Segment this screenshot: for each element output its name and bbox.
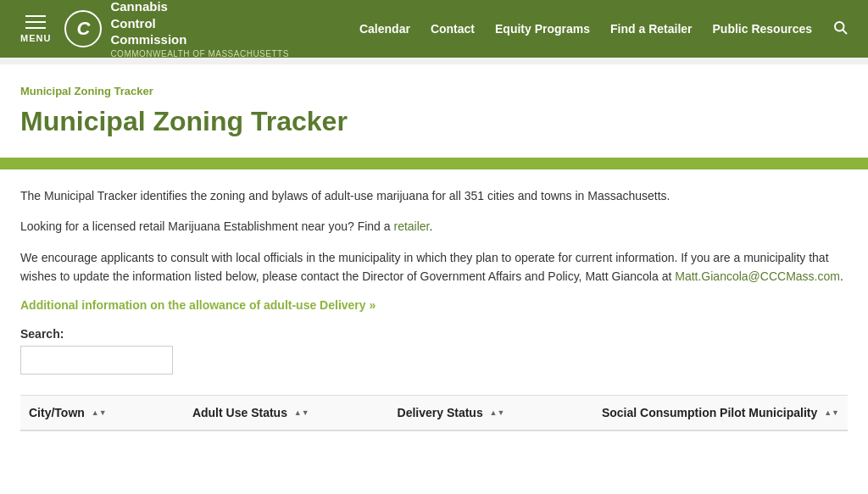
sort-arrows-city[interactable]: ▲▼ [92,409,107,417]
main-content: Municipal Zoning Tracker Municipal Zonin… [0,64,868,431]
sort-arrows-social[interactable]: ▲▼ [824,409,839,417]
site-header: MENU C CannabisControlCommission COMMONW… [0,0,868,58]
main-nav: Calendar Contact Equity Programs Find a … [359,19,848,39]
description-p2: Looking for a licensed retail Marijuana … [20,217,848,236]
description-section: The Municipal Tracker identifies the zon… [20,186,848,286]
sort-arrows-delivery[interactable]: ▲▼ [490,409,505,417]
nav-contact[interactable]: Contact [431,22,475,36]
col-city-town[interactable]: City/Town ▲▼ [20,396,184,430]
col-social-consumption[interactable]: Social Consumption Pilot Municipality ▲▼ [593,396,848,430]
table-header: City/Town ▲▼ Adult Use Status ▲▼ Deliver… [20,396,848,430]
svg-line-1 [843,30,846,33]
p3-end: . [840,269,843,283]
logo-letter: C [76,18,90,40]
logo-text: CannabisControlCommission COMMONWEALTH O… [110,0,288,59]
col-city-town-label: City/Town [29,406,85,419]
breadcrumb[interactable]: Municipal Zoning Tracker [20,85,848,97]
p2-prefix: Looking for a licensed retail Marijuana … [20,219,393,233]
menu-bar-2 [25,21,46,23]
menu-label: MENU [20,33,51,43]
col-adult-use-label: Adult Use Status [192,406,287,419]
logo-title: CannabisControlCommission [110,0,288,48]
nav-equity-programs[interactable]: Equity Programs [495,22,590,36]
menu-bar-3 [25,27,46,29]
header-left: MENU C CannabisControlCommission COMMONW… [20,0,289,59]
page-title: Municipal Zoning Tracker [20,106,848,137]
logo-icon: C [64,10,102,47]
menu-bar-1 [25,15,46,17]
email-link[interactable]: Matt.Giancola@CCCMass.com [675,269,840,283]
col-delivery-label: Delivery Status [398,406,483,419]
nav-find-retailer[interactable]: Find a Retailer [610,22,692,36]
section-divider-bar [0,158,868,169]
menu-button[interactable]: MENU [20,15,51,43]
p2-suffix: . [430,219,433,233]
search-input[interactable] [20,346,173,375]
nav-public-resources[interactable]: Public Resources [713,22,813,36]
search-section: Search: [20,327,848,375]
search-label: Search: [20,327,848,341]
search-icon-button[interactable] [832,19,848,39]
nav-calendar[interactable]: Calendar [359,22,410,36]
retailer-link[interactable]: retailer [393,219,429,233]
delivery-info-link[interactable]: Additional information on the allowance … [20,298,376,312]
col-social-label: Social Consumption Pilot Municipality [602,406,817,419]
table-container: City/Town ▲▼ Adult Use Status ▲▼ Deliver… [20,395,848,431]
sort-arrows-adult[interactable]: ▲▼ [294,409,309,417]
col-delivery[interactable]: Delivery Status ▲▼ [389,396,593,430]
logo-subtitle: COMMONWEALTH OF MASSACHUSETTS [110,48,288,59]
col-adult-use[interactable]: Adult Use Status ▲▼ [184,396,389,430]
table-header-row: City/Town ▲▼ Adult Use Status ▲▼ Deliver… [20,396,848,430]
logo-area: C CannabisControlCommission COMMONWEALTH… [64,0,288,59]
description-p1: The Municipal Tracker identifies the zon… [20,186,848,205]
zoning-table: City/Town ▲▼ Adult Use Status ▲▼ Deliver… [20,396,848,431]
description-p3: We encourage applicants to consult with … [20,248,848,286]
